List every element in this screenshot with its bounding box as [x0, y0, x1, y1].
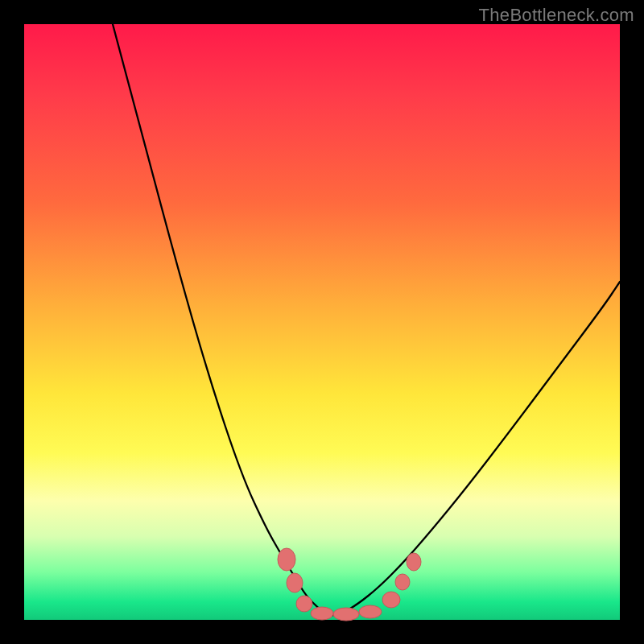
highlight-marker-3	[311, 607, 333, 620]
left-branch-curve	[113, 24, 328, 616]
highlight-marker-4	[333, 608, 359, 621]
highlight-marker-5	[359, 605, 382, 618]
highlight-marker-8	[407, 553, 421, 571]
highlight-marker-0	[278, 548, 295, 571]
highlight-marker-7	[395, 574, 410, 590]
watermark-text: TheBottleneck.com	[479, 5, 634, 26]
chart-frame: TheBottleneck.com	[0, 0, 644, 644]
right-branch-curve	[328, 282, 620, 616]
highlight-marker-6	[382, 592, 400, 608]
highlight-marker-2	[296, 596, 312, 612]
plot-area	[24, 24, 620, 620]
highlight-marker-1	[287, 573, 303, 592]
chart-overlay	[24, 24, 620, 620]
highlight-markers	[278, 548, 421, 621]
